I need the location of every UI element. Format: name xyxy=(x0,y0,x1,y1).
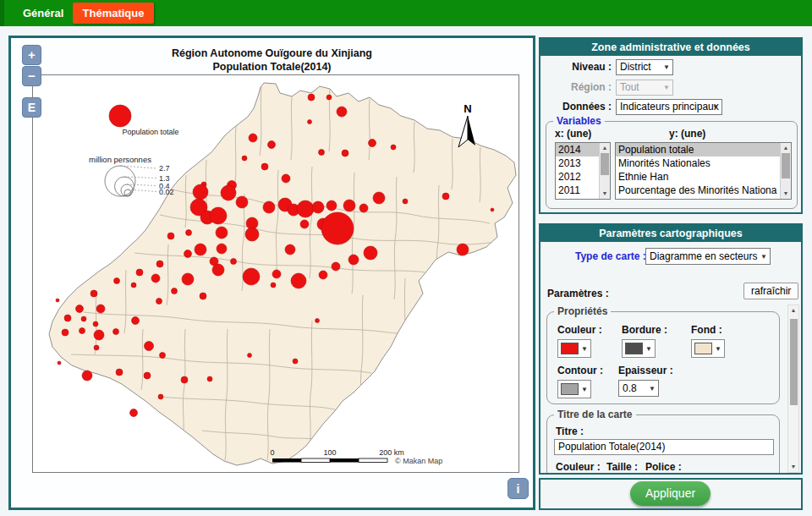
contour-swatch xyxy=(561,383,579,395)
population-circle xyxy=(312,201,324,213)
population-circle xyxy=(184,250,192,258)
couleur-color-picker[interactable]: ▼ xyxy=(557,339,591,358)
donnees-select[interactable]: Indicateurs principaux▼ xyxy=(616,99,722,115)
parametres-cartographiques-panel: Paramètres cartographiques Type de carte… xyxy=(539,223,803,475)
titre-police-label: Police : xyxy=(645,461,682,473)
population-circle xyxy=(93,321,98,327)
donnees-value: Indicateurs principaux xyxy=(620,101,719,113)
list-item[interactable]: 2012 xyxy=(556,170,599,184)
map-copyright: © Makan Map xyxy=(395,457,442,465)
scrollbar-thumb[interactable] xyxy=(790,319,798,405)
scroll-down-icon[interactable]: ▼ xyxy=(781,189,791,198)
bordure-label: Bordure : xyxy=(622,324,667,336)
epaisseur-value: 0.8 xyxy=(623,382,637,394)
tab-thematique[interactable]: Thématique xyxy=(73,3,154,24)
population-circle xyxy=(156,261,163,267)
x-variable-listbox[interactable]: 2014201320122011 ▲ ▼ xyxy=(555,142,611,200)
xinjiang-map-svg: Population totale million personnes 2.7 … xyxy=(33,75,518,472)
donnees-label: Données : xyxy=(540,101,612,113)
legend-symbol-label: Population totale xyxy=(122,128,178,136)
chevron-down-icon: ▼ xyxy=(663,85,670,91)
couleur-swatch xyxy=(561,343,579,354)
legend-size-1: 2.7 xyxy=(159,164,170,173)
population-circle xyxy=(231,259,237,265)
fond-color-picker[interactable]: ▼ xyxy=(691,339,725,358)
bordure-color-picker[interactable]: ▼ xyxy=(622,339,656,358)
type-carte-label: Type de carte : xyxy=(575,250,646,262)
type-carte-value: Diagramme en secteurs xyxy=(650,250,757,262)
niveau-value: District xyxy=(620,61,651,73)
list-item[interactable]: Population totale xyxy=(616,143,780,156)
map-title-line2: Population Totale(2014) xyxy=(11,61,533,73)
zone-administrative-panel: Zone administrative et données Niveau : … xyxy=(539,37,803,214)
extent-button[interactable]: E xyxy=(22,97,41,118)
scale-tick-0: 0 xyxy=(270,448,274,457)
params-panel-header: Paramètres cartographiques xyxy=(540,225,801,242)
list-item[interactable]: Pourcentage des Minorités Nationa xyxy=(616,184,780,197)
map-canvas[interactable]: Population totale million personnes 2.7 … xyxy=(32,74,519,473)
population-circle xyxy=(369,140,376,147)
population-circle xyxy=(242,156,247,161)
scrollbar-thumb[interactable] xyxy=(601,153,609,175)
apply-button[interactable]: Appliquer xyxy=(630,481,710,506)
apply-panel: Appliquer xyxy=(539,478,803,510)
list-item[interactable]: Ethnie Han xyxy=(616,170,780,184)
niveau-select[interactable]: District▼ xyxy=(616,59,673,75)
population-circle xyxy=(82,371,92,381)
chevron-down-icon: ▼ xyxy=(581,346,588,353)
titre-couleur-label: Couleur : xyxy=(556,461,601,473)
zone-panel-header: Zone administrative et données xyxy=(540,39,801,56)
type-carte-select[interactable]: Diagramme en secteurs▼ xyxy=(645,248,771,265)
population-circle xyxy=(130,409,138,417)
zoom-in-button[interactable]: + xyxy=(22,45,41,65)
contour-color-picker[interactable]: ▼ xyxy=(557,380,591,398)
zoom-out-button[interactable]: − xyxy=(22,66,41,86)
scale-tick-100: 100 xyxy=(323,448,336,457)
population-circle xyxy=(297,200,314,217)
epaisseur-select[interactable]: 0.8▼ xyxy=(618,380,659,397)
scrollbar-thumb[interactable] xyxy=(782,153,790,178)
list-item[interactable]: 2014 xyxy=(556,143,599,156)
population-circle xyxy=(132,317,140,325)
titre-input[interactable]: Population Totale(2014) xyxy=(554,439,774,455)
population-circle xyxy=(268,141,276,149)
refresh-button[interactable]: rafraîchir xyxy=(743,283,798,299)
population-circle xyxy=(391,145,396,150)
region-label: Région : xyxy=(540,81,612,93)
variables-fieldset: Variables x: (une) y: (une) 201420132012… xyxy=(546,121,798,209)
population-circle xyxy=(114,278,120,284)
population-circle xyxy=(248,354,252,358)
population-circle xyxy=(373,192,385,204)
scroll-up-icon[interactable]: ▲ xyxy=(781,144,791,152)
info-button[interactable]: i xyxy=(508,478,529,499)
fond-label: Fond : xyxy=(691,324,722,336)
list-item[interactable]: Minorités Nationales xyxy=(616,156,780,170)
y-variable-listbox[interactable]: Population totaleMinorités NationalesEth… xyxy=(615,142,792,200)
population-circle xyxy=(308,94,315,101)
population-circle xyxy=(195,244,206,255)
scroll-up-icon[interactable]: ▲ xyxy=(788,306,798,315)
north-label: N xyxy=(464,102,471,115)
scroll-down-icon[interactable]: ▼ xyxy=(788,463,798,471)
population-circle xyxy=(491,208,494,211)
population-circle xyxy=(156,299,162,305)
population-circle xyxy=(403,199,408,204)
population-circle xyxy=(145,342,154,351)
chevron-down-icon: ▼ xyxy=(663,64,670,71)
scroll-up-icon[interactable]: ▲ xyxy=(600,144,610,152)
legend-leader-3 xyxy=(127,184,156,186)
population-circle xyxy=(457,244,469,255)
x-listbox-scrollbar[interactable]: ▲ ▼ xyxy=(599,143,610,199)
y-listbox-scrollbar[interactable]: ▲ ▼ xyxy=(780,143,791,199)
list-item[interactable]: 2011 xyxy=(556,184,599,197)
population-circle xyxy=(58,361,61,365)
population-circle xyxy=(319,150,325,156)
variables-legend: Variables xyxy=(553,115,605,127)
list-item[interactable]: 2013 xyxy=(556,156,599,170)
params-scroll-area: Propriétés Couleur : Bordure : Fond : ▼ … xyxy=(545,305,799,473)
proprietes-legend: Propriétés xyxy=(554,305,611,317)
scroll-down-icon[interactable]: ▼ xyxy=(600,189,610,198)
population-circle xyxy=(243,268,260,285)
params-scrollbar[interactable]: ▲ ▼ xyxy=(787,305,799,473)
tab-general[interactable]: Général xyxy=(23,7,63,19)
